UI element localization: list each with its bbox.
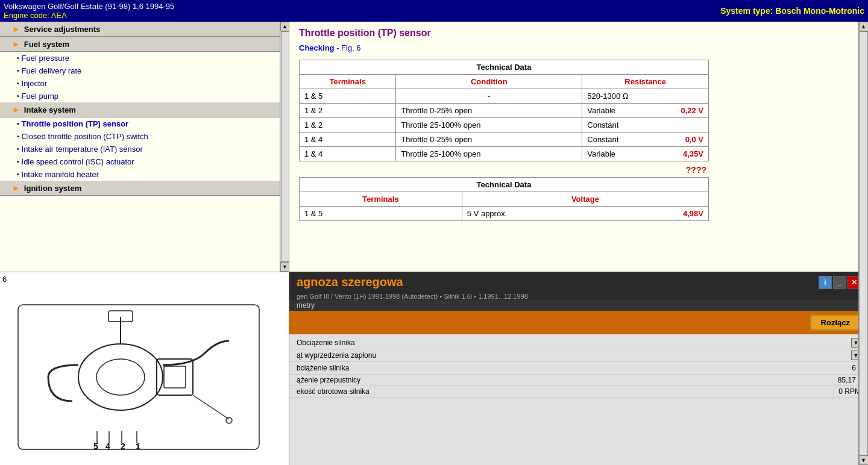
main-scroll-up[interactable]: ▲ bbox=[859, 22, 869, 31]
cell-resistance: Constant bbox=[582, 118, 709, 133]
sidebar-item-isc-actuator[interactable]: • Idle speed control (ISC) actuator bbox=[0, 155, 280, 168]
diag-row-label: ąt wyprzedzenia zapłonu bbox=[297, 351, 851, 360]
resistance-text: Variable bbox=[587, 149, 615, 158]
cell-resistance: 520-1300 Ω bbox=[582, 89, 709, 104]
cursor-icon: ↖ bbox=[805, 363, 813, 373]
figure-number: 6 bbox=[2, 275, 7, 284]
ctp-switch-label: Closed throttle position (CTP) switch bbox=[22, 132, 148, 141]
intake-manifold-label: Intake manifold heater bbox=[22, 170, 99, 179]
system-type: System type: Bosch Mono-Motronic bbox=[720, 6, 864, 16]
svg-text:2: 2 bbox=[121, 442, 125, 451]
cell-condition: Throttle 0-25% open bbox=[396, 133, 582, 147]
table-row: 1 & 5 - 520-1300 Ω bbox=[300, 89, 709, 104]
table-row: 1 & 4 Throttle 25-100% open Variable 4,3… bbox=[300, 147, 709, 161]
diag-row-4: ążenie przepustnicy 85,17 ° bbox=[289, 375, 868, 386]
col-terminals-1: Terminals bbox=[300, 75, 396, 89]
iat-sensor-label: Intake air temperature (IAT) sensor bbox=[22, 145, 143, 154]
sidebar-section-fuel-system[interactable]: ► Fuel system bbox=[0, 37, 280, 52]
measured-value-highlighted: 4,35V bbox=[683, 149, 703, 158]
svg-point-2 bbox=[96, 359, 145, 395]
sidebar-item-tp-sensor[interactable]: • Throttle position (TP) sensor bbox=[0, 117, 280, 130]
table1-title: Technical Data bbox=[300, 60, 709, 75]
isc-actuator-label: Idle speed control (ISC) actuator bbox=[22, 157, 134, 166]
scroll-up-arrow[interactable]: ▲ bbox=[280, 22, 290, 31]
diag-row-label: ążenie przepustnicy bbox=[297, 376, 813, 384]
fuel-pump-label: Fuel pump bbox=[22, 92, 58, 101]
ignition-arrow-icon: ► bbox=[12, 183, 20, 193]
sidebar-scrollbar[interactable]: ▲ ▼ bbox=[280, 22, 289, 272]
question-marks-annotation: ???? bbox=[686, 165, 706, 175]
diag-row-value: 0 RPM bbox=[813, 387, 861, 396]
measured-value: 0,0 V bbox=[685, 135, 703, 144]
sidebar-item-injector[interactable]: • Injector bbox=[0, 77, 280, 90]
table-row: 1 & 2 Throttle 25-100% open Constant bbox=[300, 118, 709, 133]
fig-ref: - Fig. 6 bbox=[336, 43, 360, 52]
sidebar-item-iat-sensor[interactable]: • Intake air temperature (IAT) sensor bbox=[0, 143, 280, 155]
cell-terminals: 1 & 2 bbox=[300, 104, 396, 118]
injector-label: Injector bbox=[22, 79, 48, 88]
diagnostic-overlay: agnoza szeregowa i _ ✕ gen Golf III / Ve… bbox=[289, 272, 868, 465]
main-scroll-down[interactable]: ▼ bbox=[859, 455, 869, 465]
measured-value: 0,22 V bbox=[681, 106, 703, 115]
bullet-icon: • bbox=[17, 93, 19, 99]
svg-point-1 bbox=[78, 344, 163, 410]
cell-condition: Throttle 25-100% open bbox=[396, 147, 582, 161]
disconnect-button[interactable]: Rozłącz bbox=[810, 314, 861, 331]
voltage-text: 5 V approx. bbox=[467, 209, 508, 218]
col-resistance: Resistance bbox=[582, 75, 709, 89]
diag-row-5: ekość obrotowa silnika 0 RPM bbox=[289, 386, 868, 398]
diag-breadcrumb: gen Golf III / Vento (1H) 1991-1998 (Aut… bbox=[289, 293, 868, 300]
sidebar-item-intake-manifold[interactable]: • Intake manifold heater bbox=[0, 168, 280, 181]
cell-condition: - bbox=[396, 89, 582, 104]
diag-orange-header: Rozłącz bbox=[289, 311, 868, 334]
sidebar-section-service-adjustments[interactable]: ► Service adjustments bbox=[0, 22, 280, 37]
sidebar-item-fuel-pump[interactable]: • Fuel pump bbox=[0, 90, 280, 102]
scroll-down-arrow[interactable]: ▼ bbox=[280, 262, 290, 272]
svg-text:5: 5 bbox=[93, 442, 98, 451]
sidebar-section-ignition-system[interactable]: ► Ignition system bbox=[0, 181, 280, 196]
bullet-icon: • bbox=[17, 158, 19, 165]
engine-code: Engine code: AEA bbox=[4, 11, 174, 20]
page-title: Throttle position (TP) sensor bbox=[299, 28, 858, 39]
col-voltage: Voltage bbox=[462, 192, 708, 207]
diag-row-label: Obciążenie silnika bbox=[297, 339, 851, 347]
diag-row-value: 6 ° bbox=[813, 364, 861, 372]
table2-title: Technical Data bbox=[300, 178, 709, 192]
window-controls[interactable]: i _ ✕ bbox=[819, 276, 861, 289]
cell-resistance-with-value: Variable 4,35V bbox=[582, 147, 709, 161]
diag-app-title: agnoza szeregowa bbox=[297, 275, 403, 289]
cell-terminals: 1 & 4 bbox=[300, 147, 396, 161]
svg-rect-6 bbox=[164, 366, 186, 388]
table-row: 1 & 2 Throttle 0-25% open Variable 0,22 … bbox=[300, 104, 709, 118]
top-bar: Volkswagen Golf/Golf Estate (91-98) 1,6 … bbox=[0, 0, 868, 22]
sidebar-section-intake-system[interactable]: ► Intake system bbox=[0, 102, 280, 117]
diag-content: Obciążenie silnika ▼ ąt wyprzedzenia zap… bbox=[289, 334, 868, 465]
info-button[interactable]: i bbox=[819, 276, 832, 289]
figure-area: 6 5 4 2 1 bbox=[0, 272, 289, 465]
cell-terminals: 1 & 5 bbox=[300, 207, 462, 221]
table-row: 1 & 4 Throttle 0-25% open Constant 0,0 V bbox=[300, 133, 709, 147]
bullet-icon: • bbox=[17, 171, 19, 178]
fuel-system-label: Fuel system bbox=[24, 40, 69, 49]
diag-tab-bar: metry bbox=[289, 300, 868, 311]
diag-title-bar: agnoza szeregowa i _ ✕ bbox=[289, 272, 868, 293]
diag-row-1: Obciążenie silnika ▼ bbox=[289, 337, 868, 349]
tp-sensor-label: Throttle position (TP) sensor bbox=[22, 119, 129, 128]
checking-word: Checking bbox=[299, 43, 335, 52]
diag-row-2: ąt wyprzedzenia zapłonu ▼ bbox=[289, 349, 868, 362]
sidebar-item-fuel-pressure[interactable]: • Fuel pressure bbox=[0, 52, 280, 64]
col-condition: Condition bbox=[396, 75, 582, 89]
cell-resistance-with-value: Variable 0,22 V bbox=[582, 104, 709, 118]
car-model: Volkswagen Golf/Golf Estate (91-98) 1,6 … bbox=[4, 2, 174, 11]
table-row: 1 & 5 5 V approx. 4,98V bbox=[300, 207, 709, 221]
technical-data-table-2: Technical Data Terminals Voltage 1 & 5 5… bbox=[299, 177, 709, 221]
sidebar-item-ctp-switch[interactable]: • Closed throttle position (CTP) switch bbox=[0, 130, 280, 143]
diag-row-label: ekość obrotowa silnika bbox=[297, 387, 813, 396]
minimize-button[interactable]: _ bbox=[833, 276, 846, 289]
diag-tab-label[interactable]: metry bbox=[297, 301, 315, 310]
cell-voltage-with-value: 5 V approx. 4,98V bbox=[462, 207, 708, 221]
sidebar-item-fuel-delivery[interactable]: • Fuel delivery rate bbox=[0, 64, 280, 77]
col-terminals-2: Terminals bbox=[300, 192, 462, 207]
main-scrollbar[interactable]: ▲ ▼ bbox=[858, 22, 868, 465]
fuel-pressure-label: Fuel pressure bbox=[22, 54, 69, 63]
